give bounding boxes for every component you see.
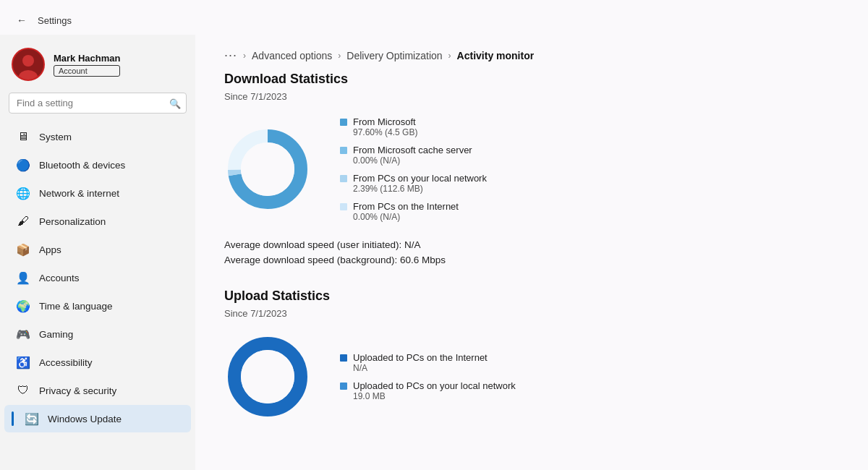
upload-legend-main-label: Uploaded to PCs on your local network [353, 380, 516, 391]
upload-section-title: Upload Statistics [224, 289, 839, 304]
sidebar-item-label-system: System [39, 132, 72, 142]
svg-point-6 [241, 142, 294, 196]
sidebar-item-label-accessibility: Accessibility [39, 357, 93, 368]
sidebar-item-label-bluetooth: Bluetooth & devices [39, 160, 125, 171]
legend-item: From Microsoft cache server0.00% (N/A) [340, 145, 487, 166]
upload-legend-item: Uploaded to PCs on the InternetN/A [340, 352, 516, 373]
sidebar-item-apps[interactable]: 📦Apps [4, 236, 191, 263]
search-icon: 🔍 [169, 98, 181, 108]
legend-main-label: From PCs on the Internet [353, 201, 459, 212]
nav-list: 🖥System🔵Bluetooth & devices🌐Network & in… [0, 122, 195, 433]
upload-donut [224, 333, 311, 420]
app-title: Settings [38, 15, 72, 26]
legend-sub-label: 2.39% (112.6 MB) [353, 184, 487, 194]
personalization-icon: 🖌 [16, 214, 30, 228]
legend-dot [340, 119, 347, 126]
sidebar-item-network[interactable]: 🌐Network & internet [4, 179, 191, 207]
sidebar-item-label-apps: Apps [39, 244, 61, 255]
sidebar-item-bluetooth[interactable]: 🔵Bluetooth & devices [4, 151, 191, 179]
title-bar: ← Settings [0, 0, 868, 35]
svg-point-1 [22, 55, 34, 67]
legend-sub-label: 0.00% (N/A) [353, 212, 459, 222]
content-body: Download Statistics Since 7/1/2023 [195, 72, 868, 459]
network-icon: 🌐 [16, 186, 30, 200]
legend-item: From Microsoft97.60% (4.5 GB) [340, 116, 487, 137]
user-info: Mark Hachman Account [54, 53, 120, 77]
upload-legend-dot [340, 383, 347, 390]
download-stats-container: From Microsoft97.60% (4.5 GB)From Micros… [224, 116, 839, 222]
upload-stats-container: Uploaded to PCs on the InternetN/AUpload… [224, 333, 839, 420]
time-icon: 🌍 [16, 299, 30, 313]
legend-dot [340, 203, 347, 210]
sidebar-item-personalization[interactable]: 🖌Personalization [4, 208, 191, 235]
legend-sub-label: 0.00% (N/A) [353, 155, 472, 166]
breadcrumb-delivery[interactable]: Delivery Optimization [346, 50, 442, 61]
apps-icon: 📦 [16, 242, 30, 257]
breadcrumb: ··· › Advanced options › Delivery Optimi… [195, 35, 868, 72]
legend-dot [340, 147, 347, 154]
svg-point-9 [241, 350, 294, 403]
upload-legend-dot [340, 354, 347, 362]
sidebar-item-accounts[interactable]: 👤Accounts [4, 264, 191, 291]
avatar [12, 48, 45, 81]
search-box[interactable]: 🔍 [9, 93, 187, 114]
legend-main-label: From Microsoft cache server [353, 145, 472, 155]
chevron-icon-3: › [448, 51, 451, 61]
user-account-box: Account [54, 65, 120, 77]
search-input[interactable] [9, 93, 187, 114]
sidebar: Mark Hachman Account 🔍 🖥System🔵Bluetooth… [0, 35, 195, 470]
upload-legend-item: Uploaded to PCs on your local network19.… [340, 380, 516, 401]
legend-main-label: From PCs on your local network [353, 173, 487, 184]
legend-main-label: From Microsoft [353, 116, 417, 127]
download-since: Since 7/1/2023 [224, 91, 839, 102]
legend-dot [340, 175, 347, 182]
system-icon: 🖥 [16, 129, 30, 144]
sidebar-item-gaming[interactable]: 🎮Gaming [4, 320, 191, 348]
sidebar-item-label-network: Network & internet [39, 188, 119, 199]
chevron-icon-1: › [243, 51, 246, 61]
privacy-icon: 🛡 [16, 383, 30, 398]
sidebar-item-windows-update[interactable]: 🔄Windows Update [4, 405, 191, 432]
sidebar-item-time[interactable]: 🌍Time & language [4, 292, 191, 320]
active-bar [12, 411, 14, 426]
user-name: Mark Hachman [54, 53, 120, 64]
download-section-title: Download Statistics [224, 72, 839, 87]
sidebar-item-label-windows-update: Windows Update [48, 414, 122, 424]
sidebar-item-accessibility[interactable]: ♿Accessibility [4, 349, 191, 376]
upload-legend-sub-label: 19.0 MB [353, 391, 516, 401]
breadcrumb-advanced[interactable]: Advanced options [252, 50, 332, 61]
windows-update-icon: 🔄 [25, 411, 39, 426]
upload-legend-sub-label: N/A [353, 363, 488, 373]
accounts-icon: 👤 [16, 270, 30, 285]
bluetooth-icon: 🔵 [16, 158, 30, 172]
upload-legend-main-label: Uploaded to PCs on the Internet [353, 352, 488, 363]
legend-sub-label: 97.60% (4.5 GB) [353, 127, 417, 137]
breadcrumb-dots: ··· [224, 48, 237, 63]
speed-info: Average download speed (user initiated):… [224, 239, 839, 265]
sidebar-item-system[interactable]: 🖥System [4, 123, 191, 150]
avg-download-user: Average download speed (user initiated):… [224, 239, 839, 250]
upload-since: Since 7/1/2023 [224, 308, 839, 319]
download-legend: From Microsoft97.60% (4.5 GB)From Micros… [340, 116, 487, 222]
sidebar-item-label-personalization: Personalization [39, 216, 106, 227]
legend-item: From PCs on your local network2.39% (112… [340, 173, 487, 194]
sidebar-item-privacy[interactable]: 🛡Privacy & security [4, 377, 191, 404]
user-section: Mark Hachman Account [0, 40, 195, 93]
gaming-icon: 🎮 [16, 327, 30, 341]
download-donut [224, 126, 311, 213]
chevron-icon-2: › [338, 51, 341, 61]
sidebar-item-label-gaming: Gaming [39, 329, 73, 340]
avg-download-bg: Average download speed (background): 60.… [224, 255, 839, 265]
accessibility-icon: ♿ [16, 355, 30, 369]
content-area: ··· › Advanced options › Delivery Optimi… [195, 35, 868, 470]
sidebar-item-label-time: Time & language [39, 301, 113, 312]
back-button[interactable]: ← [12, 10, 32, 30]
sidebar-item-label-privacy: Privacy & security [39, 385, 116, 396]
breadcrumb-current: Activity monitor [457, 50, 535, 61]
upload-legend: Uploaded to PCs on the InternetN/AUpload… [340, 352, 516, 401]
legend-item: From PCs on the Internet0.00% (N/A) [340, 201, 487, 222]
sidebar-item-label-accounts: Accounts [39, 273, 80, 283]
